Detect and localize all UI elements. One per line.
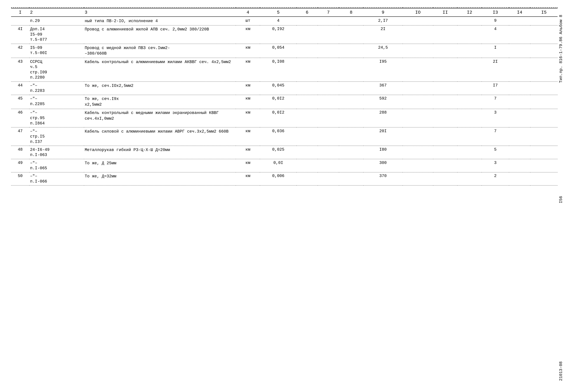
row-col13: 2I <box>482 58 509 82</box>
row-num: 50 <box>11 173 29 185</box>
row-col13: I <box>482 44 509 58</box>
row-num: 45 <box>11 95 29 109</box>
header-col6: 6 <box>297 8 318 17</box>
row-num: 48 <box>11 146 29 159</box>
table-row: 46 –"– стр.95 п.I864 Кабель контрольный … <box>11 109 558 127</box>
row-num: 49 <box>11 159 29 172</box>
row-col15 <box>530 128 558 146</box>
table-row: 49 –"– п.I-065 То же, Д 25мм км 0,0I 300… <box>11 159 558 172</box>
row-col6 <box>297 17 318 25</box>
header-col15: I5 <box>530 8 558 17</box>
row-col6 <box>297 44 318 58</box>
page-container: Тип.пр. 816-1-79.86 Альбом 8 I56 21013-0… <box>0 0 567 392</box>
row-unit: км <box>236 109 260 127</box>
row-col10 <box>403 44 433 58</box>
row-col8 <box>339 17 363 25</box>
header-col11: II <box>433 8 458 17</box>
row-col15 <box>530 58 558 82</box>
row-unit: км <box>236 58 260 82</box>
row-ref: –"– п.2283 <box>29 82 84 95</box>
row-col5: 0,045 <box>260 82 296 95</box>
row-col6 <box>297 26 318 44</box>
row-col9: 300 <box>363 159 403 172</box>
row-num: 43 <box>11 58 29 82</box>
table-row: 43 ССРСЦ ч.5 стр.I09 п.2280 Кабель контр… <box>11 58 558 82</box>
row-col9: 2I <box>363 26 403 44</box>
row-ref: –"– п.I-066 <box>29 173 84 185</box>
row-col11 <box>433 82 458 95</box>
row-col10 <box>403 146 433 159</box>
header-col14: I4 <box>509 8 530 17</box>
row-col10 <box>403 173 433 185</box>
table-row: 47 –"– стр.I5 п.I37 Кабель силовой с алю… <box>11 128 558 146</box>
row-col12 <box>457 128 482 146</box>
row-ref: –"– стр.I5 п.I37 <box>29 128 84 146</box>
row-col7 <box>318 58 339 82</box>
row-unit: км <box>236 26 260 44</box>
row-ref: –"– стр.95 п.I864 <box>29 109 84 127</box>
row-ref: I5-09 т.5-00I <box>29 44 84 58</box>
row-col5: 0,I92 <box>260 26 296 44</box>
row-desc: Кабель силовой с алюминиевыми жилами АВР… <box>84 128 236 146</box>
header-col5: 5 <box>260 8 296 17</box>
row-col7 <box>318 173 339 185</box>
row-col12 <box>457 17 482 25</box>
row-col7 <box>318 109 339 127</box>
sidebar-bottom-text: 21013-08 <box>559 361 563 381</box>
row-col13: 9 <box>482 17 509 25</box>
row-col12 <box>457 58 482 82</box>
row-col5: 0,0I2 <box>260 95 296 109</box>
row-col7 <box>318 159 339 172</box>
row-col15 <box>530 44 558 58</box>
row-col9: I95 <box>363 58 403 82</box>
header-col12: I2 <box>457 8 482 17</box>
row-col11 <box>433 44 458 58</box>
row-unit: км <box>236 95 260 109</box>
row-num: 4I <box>11 26 29 44</box>
row-col6 <box>297 95 318 109</box>
row-col14 <box>509 95 530 109</box>
row-desc: Провод с медной жилой ПВЗ сеч.Iмм2- –380… <box>84 44 236 58</box>
row-unit: км <box>236 173 260 185</box>
row-col8 <box>339 173 363 185</box>
row-col8 <box>339 26 363 44</box>
row-col11 <box>433 17 458 25</box>
row-ref: –"– п.2285 <box>29 95 84 109</box>
row-col12 <box>457 44 482 58</box>
row-col13: 2 <box>482 173 509 185</box>
row-col14 <box>509 44 530 58</box>
row-ref: п.29 <box>29 17 84 25</box>
row-col11 <box>433 95 458 109</box>
row-num: 42 <box>11 44 29 58</box>
row-col6 <box>297 109 318 127</box>
row-col9: 2,I7 <box>363 17 403 25</box>
row-unit: км <box>236 146 260 159</box>
row-col9: 24,5 <box>363 44 403 58</box>
row-col14 <box>509 26 530 44</box>
row-col5: 0,054 <box>260 44 296 58</box>
row-col8 <box>339 159 363 172</box>
table-row: 48 24-I6-49 п.I-063 Металлорукав гибкий … <box>11 146 558 159</box>
row-ref: Доп.I4 I5-09 т.5-077 <box>29 26 84 44</box>
row-col7 <box>318 44 339 58</box>
row-col12 <box>457 173 482 185</box>
row-col7 <box>318 17 339 25</box>
row-col9: 370 <box>363 173 403 185</box>
header-col9: 9 <box>363 8 403 17</box>
row-unit: км <box>236 82 260 95</box>
row-col14 <box>509 82 530 95</box>
row-col14 <box>509 58 530 82</box>
row-desc: То же, сеч.I9x x2,5мм2 <box>84 95 236 109</box>
row-col9: 288 <box>363 109 403 127</box>
row-col10 <box>403 95 433 109</box>
row-ref: –"– п.I-065 <box>29 159 84 172</box>
row-col9: I80 <box>363 146 403 159</box>
row-col13: 7 <box>482 95 509 109</box>
row-col8 <box>339 95 363 109</box>
row-col14 <box>509 146 530 159</box>
row-col15 <box>530 26 558 44</box>
sidebar-top-text: Тип.пр. 816-1-79.86 Альбом 8 <box>559 15 563 83</box>
row-col10 <box>403 82 433 95</box>
row-col11 <box>433 146 458 159</box>
row-col5: 0,036 <box>260 128 296 146</box>
